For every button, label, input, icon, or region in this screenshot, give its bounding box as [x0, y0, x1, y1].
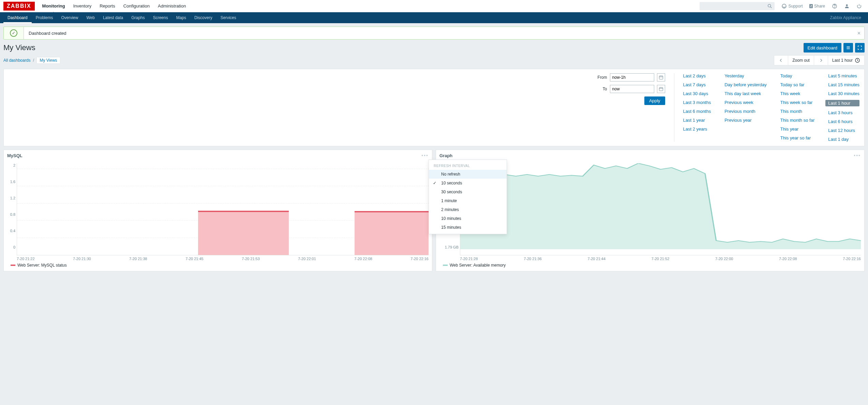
preset-this-month-so-far[interactable]: This month so far	[780, 118, 814, 123]
preset-last-6-hours[interactable]: Last 6 hours	[828, 119, 859, 124]
time-range-button[interactable]: Last 1 hour	[828, 56, 864, 65]
time-next-button[interactable]	[814, 56, 828, 65]
preset-last-30-days[interactable]: Last 30 days	[683, 91, 711, 96]
refresh-option-15-minutes[interactable]: 15 minutes	[429, 223, 507, 232]
refresh-option-no-refresh[interactable]: No refresh	[429, 170, 507, 179]
time-selector-panel: From To Apply Last 2 daysLast 7 daysLast…	[3, 69, 865, 146]
top-nav: ZABBIX MonitoringInventoryReportsConfigu…	[0, 0, 868, 12]
preset-last-3-hours[interactable]: Last 3 hours	[828, 110, 859, 115]
alert-message: Dashboard created	[24, 27, 864, 39]
preset-this-year-so-far[interactable]: This year so far	[780, 135, 814, 140]
fullscreen-button[interactable]	[855, 43, 865, 52]
zoom-out-button[interactable]: Zoom out	[788, 56, 814, 65]
preset-previous-week[interactable]: Previous week	[724, 100, 767, 105]
time-range-label: Last 1 hour	[832, 58, 853, 63]
widget-mysql-title: MySQL	[7, 153, 23, 158]
topnav-administration[interactable]: Administration	[154, 0, 190, 12]
from-label: From	[598, 75, 607, 80]
close-icon[interactable]: ✕	[857, 31, 861, 36]
to-calendar-button[interactable]	[657, 85, 665, 93]
preset-last-3-months[interactable]: Last 3 months	[683, 100, 711, 105]
search-input[interactable]	[700, 2, 775, 10]
preset-today-so-far[interactable]: Today so far	[780, 82, 814, 87]
subnav-maps[interactable]: Maps	[172, 12, 190, 23]
topnav-inventory[interactable]: Inventory	[69, 0, 95, 12]
subnav-overview[interactable]: Overview	[57, 12, 82, 23]
widget-graph-title: Graph	[439, 153, 452, 158]
from-input[interactable]	[610, 73, 654, 81]
to-label: To	[603, 87, 607, 91]
widget-graph: Graph ••• REFRESH INTERVAL No refresh✓10…	[436, 150, 865, 271]
preset-day-before-yesterday[interactable]: Day before yesterday	[724, 82, 767, 87]
preset-last-7-days[interactable]: Last 7 days	[683, 82, 711, 87]
support-link[interactable]: Support	[779, 2, 805, 10]
legend-swatch-graph	[443, 265, 448, 266]
user-icon[interactable]	[841, 2, 852, 10]
preset-last-15-minutes[interactable]: Last 15 minutes	[828, 82, 859, 87]
svg-rect-14	[659, 88, 663, 91]
from-calendar-button[interactable]	[657, 73, 665, 81]
preset-this-year[interactable]: This year	[780, 126, 814, 132]
preset-last-2-years[interactable]: Last 2 years	[683, 126, 711, 132]
share-label: Share	[814, 4, 825, 9]
preset-last-1-hour[interactable]: Last 1 hour	[825, 100, 859, 106]
preset-last-30-minutes[interactable]: Last 30 minutes	[828, 91, 859, 96]
apply-button[interactable]: Apply	[644, 96, 665, 105]
edit-dashboard-button[interactable]: Edit dashboard	[804, 43, 841, 52]
subnav-screens[interactable]: Screens	[149, 12, 172, 23]
subnav-graphs[interactable]: Graphs	[127, 12, 149, 23]
topnav-reports[interactable]: Reports	[95, 0, 119, 12]
preset-today[interactable]: Today	[780, 73, 814, 78]
refresh-option-1-minute[interactable]: 1 minute	[429, 196, 507, 205]
refresh-option-10-minutes[interactable]: 10 minutes	[429, 214, 507, 223]
preset-previous-year[interactable]: Previous year	[724, 118, 767, 123]
preset-last-5-minutes[interactable]: Last 5 minutes	[828, 73, 859, 78]
preset-yesterday[interactable]: Yesterday	[724, 73, 767, 78]
svg-rect-10	[659, 76, 663, 79]
widget-graph-menu-icon[interactable]: •••	[854, 153, 861, 158]
breadcrumb-root[interactable]: All dashboards	[3, 58, 30, 63]
widget-mysql-menu-icon[interactable]: •••	[421, 153, 429, 158]
subnav-discovery[interactable]: Discovery	[190, 12, 216, 23]
share-link[interactable]: Z Share	[807, 2, 828, 10]
refresh-option-2-minutes[interactable]: 2 minutes	[429, 205, 507, 214]
time-navigator: Zoom out Last 1 hour	[774, 55, 865, 65]
support-label: Support	[788, 4, 803, 9]
sub-nav: DashboardProblemsOverviewWebLatest dataG…	[0, 12, 868, 23]
subnav-services[interactable]: Services	[216, 12, 240, 23]
preset-this-month[interactable]: This month	[780, 109, 814, 114]
preset-this-day-last-week[interactable]: This day last week	[724, 91, 767, 96]
preset-previous-month[interactable]: Previous month	[724, 109, 767, 114]
svg-line-1	[770, 7, 772, 8]
subnav-dashboard[interactable]: Dashboard	[3, 12, 32, 23]
refresh-option-30-seconds[interactable]: 30 seconds	[429, 188, 507, 196]
power-icon[interactable]	[854, 2, 865, 10]
preset-last-12-hours[interactable]: Last 12 hours	[828, 128, 859, 133]
time-prev-button[interactable]	[774, 56, 788, 65]
clock-icon	[855, 58, 860, 63]
topnav-configuration[interactable]: Configuration	[119, 0, 154, 12]
preset-this-week-so-far[interactable]: This week so far	[780, 100, 814, 105]
bar	[355, 211, 429, 255]
preset-last-2-days[interactable]: Last 2 days	[683, 73, 711, 78]
breadcrumb: All dashboards / My Views	[3, 58, 60, 63]
check-circle-icon: ✓	[10, 29, 17, 37]
list-button[interactable]	[843, 43, 853, 52]
preset-last-1-day[interactable]: Last 1 day	[828, 137, 859, 142]
topnav-monitoring[interactable]: Monitoring	[38, 0, 69, 12]
breadcrumb-current[interactable]: My Views	[36, 57, 60, 64]
refresh-interval-dropdown: REFRESH INTERVAL No refresh✓10 seconds30…	[429, 160, 507, 234]
search-icon[interactable]	[767, 3, 773, 10]
widget-mysql: MySQL ••• 21.61.20.80.40 7-20 21:227-20 …	[3, 150, 432, 271]
subnav-latest-data[interactable]: Latest data	[99, 12, 127, 23]
subnav-web[interactable]: Web	[82, 12, 99, 23]
preset-last-1-year[interactable]: Last 1 year	[683, 118, 711, 123]
svg-point-4	[835, 7, 835, 7]
check-icon: ✓	[433, 181, 436, 185]
to-input[interactable]	[610, 85, 654, 93]
preset-this-week[interactable]: This week	[780, 91, 814, 96]
preset-last-6-months[interactable]: Last 6 months	[683, 109, 711, 114]
legend-graph: Web Server: Available memory	[450, 263, 506, 268]
help-icon[interactable]	[829, 2, 840, 10]
refresh-option-10-seconds[interactable]: ✓10 seconds	[429, 179, 507, 188]
